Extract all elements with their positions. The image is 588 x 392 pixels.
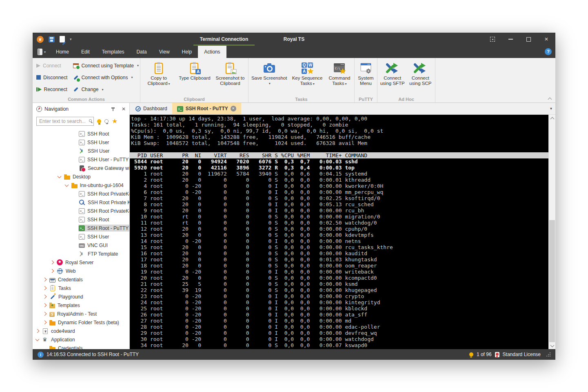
terminal-scrollbar[interactable] xyxy=(548,115,555,349)
session-tab[interactable]: Dashboard ✕ xyxy=(131,103,172,114)
save-icon[interactable] xyxy=(49,36,55,42)
save-screenshot-button[interactable]: Save Screenshot▾ xyxy=(250,60,288,96)
process-row: 30 root 0 -20 0 0 0 I 0,0 0,0 0:00.00 wa… xyxy=(130,336,548,342)
group-label-tasks: Tasks xyxy=(249,97,354,102)
tree-item[interactable]: Application xyxy=(33,335,129,344)
tree-item[interactable]: Tasks xyxy=(33,284,129,292)
connect-using-template-button[interactable]: Connect using Template▾ xyxy=(71,61,141,71)
tree-item[interactable]: SSH Root xyxy=(33,129,129,138)
change-button[interactable]: Change▾ xyxy=(71,85,141,94)
key-sequence-tasks-button[interactable]: QWA Key Sequence Tasks▾ xyxy=(289,60,325,96)
tree-chevron-icon[interactable] xyxy=(43,286,47,290)
window-title: Royal TS xyxy=(284,36,304,42)
favorites-star-icon[interactable]: ★ xyxy=(112,118,118,124)
connect-with-options-button[interactable]: Connect with Options▾ xyxy=(71,73,141,82)
maximize-button[interactable] xyxy=(519,33,537,46)
connection-tree: SSH Root SSH User SSH User xyxy=(33,127,129,349)
connect-using-sftp-button[interactable]: Connect using SFTP xyxy=(379,60,406,96)
ribbon-tab[interactable]: Home xyxy=(50,46,75,58)
tree-item[interactable]: FTP Template xyxy=(33,249,129,258)
process-row: 25 root 0 -20 0 0 0 I 0,0 0,0 0:00.00 kb… xyxy=(130,305,548,312)
process-row: 28 root 0 -20 0 0 0 I 0,0 0,0 0:00.00 ed… xyxy=(130,324,548,330)
tree-item[interactable]: SSH Root PrivateKey xyxy=(33,207,129,215)
tree-item[interactable]: Credentials xyxy=(33,275,129,284)
disconnect-button[interactable]: Disconnect xyxy=(34,73,69,82)
tree-item[interactable]: SSH User xyxy=(33,138,129,147)
resize-grip[interactable] xyxy=(546,352,550,356)
tree-item-icon xyxy=(79,234,85,240)
tree-item[interactable]: RoyalAdmin - Test xyxy=(33,310,129,318)
help-button[interactable]: ? xyxy=(545,48,552,55)
ribbon-tab[interactable]: View xyxy=(153,46,176,58)
system-menu-button[interactable]: System Menu xyxy=(356,60,375,96)
connect-using-scp-button[interactable]: Connect using SCP xyxy=(408,60,434,96)
command-tasks-button[interactable]: C:\ Command Tasks▾ xyxy=(326,60,353,96)
tree-item[interactable]: SSH Root - PuTTY xyxy=(33,224,129,232)
search-input[interactable] xyxy=(36,117,94,126)
tree-item[interactable]: SSH Root PrivateKey xyxy=(33,189,129,198)
info-icon: i xyxy=(38,352,44,358)
tree-item[interactable]: SSH User xyxy=(33,147,129,155)
new-document-icon[interactable] xyxy=(60,36,65,42)
tree-chevron-icon[interactable] xyxy=(43,278,47,282)
tree-item[interactable]: SSH Root xyxy=(33,215,129,224)
tree-item-label: SSH Root xyxy=(87,131,109,137)
type-clipboard-button[interactable]: A Type Clipboard xyxy=(177,60,212,96)
minimize-button[interactable] xyxy=(501,33,519,46)
tab-list-caret-icon[interactable]: ▾ xyxy=(550,106,552,111)
connect-button[interactable]: Connect xyxy=(34,61,69,71)
tree-item[interactable]: VNC GUI xyxy=(33,241,129,249)
scroll-down-icon[interactable] xyxy=(549,342,555,349)
scroll-up-icon[interactable] xyxy=(549,115,555,122)
focus-mode-button[interactable] xyxy=(484,33,501,46)
tree-item[interactable]: Playground xyxy=(33,292,129,301)
screenshot-to-clipboard-button[interactable]: Screenshot to Clipboard xyxy=(214,60,246,96)
filter-bulb-off-icon[interactable] xyxy=(104,119,109,123)
putty-terminal[interactable]: top - 14:17:30 up 14 days, 23:38, 1 user… xyxy=(130,115,555,349)
tree-chevron-icon[interactable] xyxy=(36,329,40,333)
tree-item[interactable]: code4ward xyxy=(33,327,129,335)
ribbon-tab[interactable]: Help xyxy=(176,46,198,58)
tree-item[interactable]: Credentials xyxy=(33,344,129,349)
ribbon-tab[interactable]: Templates xyxy=(96,46,131,58)
ribbon-tab[interactable]: Data xyxy=(130,46,153,58)
tree-chevron-icon[interactable] xyxy=(65,183,69,187)
tree-chevron-icon[interactable] xyxy=(50,269,54,273)
pin-icon[interactable] xyxy=(111,107,115,111)
qat-dropdown-caret-icon[interactable]: ▾ xyxy=(70,37,72,41)
tree-item[interactable]: Dynamic Folder Tests (beta) xyxy=(33,318,129,327)
close-button[interactable]: ✕ xyxy=(537,33,555,46)
tab-close-button[interactable]: ✕ xyxy=(231,106,236,111)
ribbon-collapse-button[interactable] xyxy=(548,97,551,100)
ribbon-tab[interactable]: Edit xyxy=(75,46,96,58)
ribbon-tab[interactable]: Actions xyxy=(198,46,226,58)
tree-item[interactable]: SSH Root Private Ke xyxy=(33,198,129,207)
scrollbar-thumb[interactable] xyxy=(549,220,555,342)
navigation-close-icon[interactable]: ✕ xyxy=(122,106,126,112)
tree-item[interactable]: Web xyxy=(33,267,129,275)
tree-item[interactable]: lnx-ubuntu-gui-1604 xyxy=(33,181,129,189)
process-row: 18 root 20 0 0 0 0 S 0,0 0,0 0:00.00 oom… xyxy=(130,263,548,269)
tree-item[interactable]: Royal Server xyxy=(33,258,129,267)
tree-chevron-icon[interactable] xyxy=(36,337,40,341)
app-logo-icon[interactable]: ♛ xyxy=(37,36,44,43)
tree-item[interactable]: SSH User - PuTTY xyxy=(33,155,129,164)
tree-chevron-icon[interactable] xyxy=(43,312,47,316)
tree-item[interactable]: SSH User xyxy=(33,232,129,241)
tree-item-icon xyxy=(79,251,85,257)
process-row: 1 root 20 0 119672 5784 3940 S 0,0 0,6 0… xyxy=(130,171,548,177)
session-tab[interactable]: SSH Root - PuTTY ✕ xyxy=(172,103,241,114)
copy-to-clipboard-button[interactable]: Copy to Clipboard▾ xyxy=(142,60,175,96)
tree-chevron-icon[interactable] xyxy=(43,303,47,307)
tree-item[interactable]: Desktop xyxy=(33,172,129,181)
tab-icon xyxy=(177,106,183,112)
tree-item[interactable]: Templates xyxy=(33,301,129,310)
tree-chevron-icon[interactable] xyxy=(43,295,47,299)
tree-chevron-icon[interactable] xyxy=(50,261,54,265)
tree-item[interactable]: Secure Gateway with xyxy=(33,164,129,172)
application-menu-button[interactable]: ▾ xyxy=(33,46,50,58)
tree-chevron-icon[interactable] xyxy=(43,321,47,325)
filter-bulb-on-icon[interactable] xyxy=(97,119,101,123)
reconnect-button[interactable]: Reconnect xyxy=(34,85,69,94)
tree-chevron-icon[interactable] xyxy=(58,174,62,178)
